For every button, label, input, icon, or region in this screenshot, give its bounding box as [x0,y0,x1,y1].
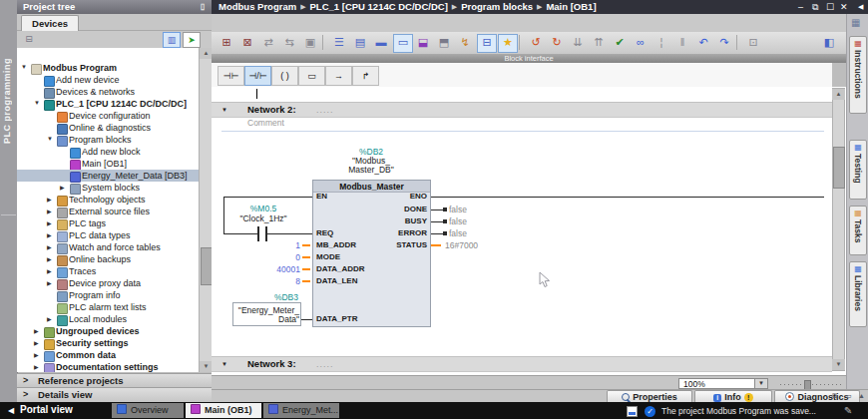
go-offline-icon[interactable]: ↻ [548,34,566,51]
contact-name[interactable]: "Clock_1Hz" [227,213,299,223]
keep-layout-icon[interactable]: ▣ [301,34,319,51]
tree-item-common-data[interactable]: ▶Common data [17,349,199,361]
expand-arrow-icon[interactable]: ▶ [34,351,39,358]
tree-item-security-settings[interactable]: ▶Security settings [17,337,199,349]
input-value-mode[interactable]: 0 [240,252,300,262]
inspector-minimize-icon[interactable]: ▭ [845,392,852,400]
collapse-arrow-icon[interactable]: ▼ [21,64,27,70]
collapse-arrow-icon[interactable]: ▼ [47,136,53,142]
tree-item-program-info[interactable]: Program info [17,289,199,301]
upload-icon[interactable]: ⇈ [590,34,608,51]
tab-devices[interactable]: Devices [21,15,79,31]
network-2-comment[interactable]: Comment [247,118,284,128]
network-sequence-icon[interactable]: ▬ [372,34,390,51]
expand-arrow-icon[interactable]: ▶ [47,231,52,238]
input-value-data-addr[interactable]: 40001 [240,264,300,274]
inspector-float-icon[interactable]: ⧉ [832,392,837,400]
taskbar-tab-overview[interactable]: Overview [112,403,184,418]
tab-testing[interactable]: ▦Testing [849,140,867,200]
tree-item-energy-meter-data-db3[interactable]: Energy_Meter_Data [DB3] [17,170,199,182]
expand-arrow-icon[interactable]: ▶ [60,184,65,191]
expand-arrow-icon[interactable]: ▶ [47,255,52,262]
tree-item-traces[interactable]: ▶Traces [17,265,199,277]
tree-item-add-new-device[interactable]: Add new device [17,74,199,86]
contact-address[interactable]: %M0.5 [235,204,291,213]
chevron-down-icon[interactable]: ▼ [754,379,767,388]
tab-instructions[interactable]: ▦Instructions [849,36,867,114]
input-value-mb-addr[interactable]: 1 [240,240,300,250]
expand-arrow-icon[interactable]: ▶ [47,243,52,250]
network-2-header[interactable]: ▼ Network 2: ..... [212,102,832,118]
expand-arrow-icon[interactable]: ▶ [47,196,52,203]
editor-settings-icon[interactable]: ◧ [820,34,838,51]
tree-item-modbus-program[interactable]: ▼Modbus Program [17,62,199,74]
project-tree-scrollbar[interactable]: ▲ ▼ [199,48,213,372]
expand-networks-icon[interactable]: ☰ [330,34,348,51]
insert-network-icon[interactable]: ⊞ [217,34,235,51]
network-3-title-placeholder[interactable]: ..... [316,357,334,371]
hide-io-icon[interactable]: ‖ [673,34,691,51]
tree-item-online-backups[interactable]: ▶Online backups [17,253,199,265]
close-button[interactable]: ✕ [840,0,848,14]
instance-db-name-line2[interactable]: Master_DB" [321,165,421,175]
open-branch-icon[interactable]: → [325,66,352,86]
panel-pin-icon[interactable]: ▯ [201,2,205,12]
collapse-networks-icon[interactable]: ▤ [351,34,369,51]
tab-info[interactable]: iInfo! [694,390,772,402]
output-value-busy[interactable]: false [449,216,467,226]
favorites-toggle-icon[interactable]: ★ [498,34,518,53]
delete-network-icon[interactable]: ⊠ [238,34,256,51]
tree-item-ungrouped-devices[interactable]: ▶Ungrouped devices [17,325,199,337]
tree-item-device-configuration[interactable]: Device configuration [17,110,199,122]
editor-scrollbar[interactable]: ▲ ▼ [832,88,845,371]
zoom-select[interactable]: 100% ▼ [678,378,768,389]
tree-item-program-blocks[interactable]: ▼Program blocks [17,134,199,146]
tab-properties[interactable]: Properties [607,390,692,402]
output-value-status[interactable]: 16#7000 [445,240,478,250]
tree-item-plc-alarm-text-lists[interactable]: PLC alarm text lists [17,301,199,313]
tree-item-plc-tags[interactable]: ▶PLC tags [17,217,199,229]
tree-item-system-blocks[interactable]: ▶System blocks [17,182,199,194]
inspector-collapse-icon[interactable]: ▲ [858,392,865,399]
download-icon[interactable]: ⇊ [569,34,587,51]
collapse-arrow-icon[interactable]: ▼ [34,100,40,106]
maximize-button[interactable]: ☐ [826,0,834,14]
output-value-done[interactable]: false [449,205,467,214]
collapse-arrow-icon[interactable]: ▼ [221,107,227,113]
expand-arrow-icon[interactable]: ▶ [34,363,39,370]
split-editor-icon[interactable]: ▦ [851,17,860,28]
tree-item-documentation-settings[interactable]: ▶Documentation settings [17,361,199,372]
output-value-error[interactable]: false [449,228,467,238]
tree-item-plc-1-cpu-1214c-dc-dc-dc[interactable]: ▼PLC_1 [CPU 1214C DC/DC/DC] [17,98,199,110]
call-path-icon[interactable]: ↷ [715,34,733,51]
nc-contact-icon[interactable]: ⊣/⊢ [244,66,271,86]
expand-arrow-icon[interactable]: ▶ [47,208,52,214]
tab-tasks[interactable]: ▦Tasks [849,206,867,255]
tree-item-plc-data-types[interactable]: ▶PLC data types [17,229,199,241]
tree-item-add-new-block[interactable]: Add new block [17,146,199,158]
toggle-comments-icon[interactable]: ▭ [393,34,413,53]
scroll-thumb[interactable] [833,147,845,189]
insert-branch-icon[interactable]: ↯ [456,34,474,51]
tree-item-external-source-files[interactable]: ▶External source files [17,206,199,217]
data-ptr-address[interactable]: %DB3 [234,292,298,302]
network-3-header[interactable]: ▼ Network 3: ..... [212,356,832,372]
collapse-arrow-icon[interactable]: ▼ [221,361,227,367]
tree-item-local-modules[interactable]: ▶Local modules [17,313,199,325]
breadcrumb-item[interactable]: Main [OB1] [546,0,596,14]
breadcrumb-item[interactable]: PLC_1 [CPU 1214C DC/DC/DC] [310,0,448,14]
empty-box-icon[interactable]: ▭ [298,66,325,86]
free-form-comments-icon[interactable]: ⊟ [477,34,497,53]
network-2-title-placeholder[interactable]: ..... [316,103,334,117]
input-value-data-len[interactable]: 8 [240,276,300,286]
minimize-button[interactable]: – [798,0,803,14]
dock-arrow-icon[interactable]: ◀ [858,0,863,14]
details-toggle-icon[interactable]: ▥ [163,32,181,48]
tree-filter-icon[interactable]: ⊟ [21,32,37,46]
tree-item-watch-and-force-tables[interactable]: ▶Watch and force tables [17,241,199,253]
tree-item-devices-networks[interactable]: Devices & networks [17,86,199,98]
zoom-slider-track[interactable] [780,384,842,385]
restore-button[interactable]: ⧉ [812,0,818,14]
expand-all-icon[interactable]: ➤ [183,32,201,48]
breadcrumb-item[interactable]: Modbus Program [218,0,296,14]
